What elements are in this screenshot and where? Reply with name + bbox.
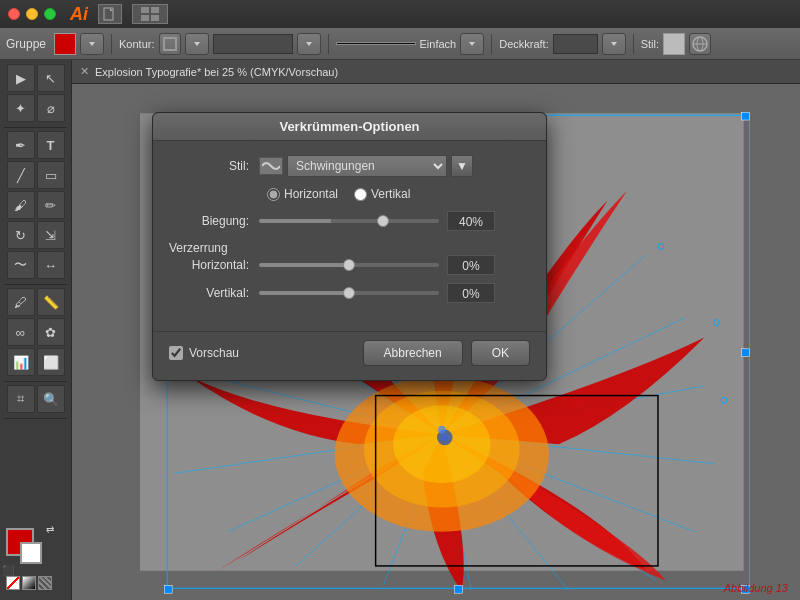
blend-tool[interactable]: ∞	[7, 318, 35, 346]
tool-row-7: 〜 ↔	[0, 251, 71, 279]
symbol-tool[interactable]: ✿	[37, 318, 65, 346]
color-swap-icon[interactable]: ⇄	[46, 524, 54, 535]
lasso-tool[interactable]: ⌀	[37, 94, 65, 122]
tool-row-5: 🖌 ✏	[0, 191, 71, 219]
rect-tool[interactable]: ▭	[37, 161, 65, 189]
eyedropper-tool[interactable]: 🖊	[7, 288, 35, 316]
kontur-unit-button[interactable]	[297, 33, 321, 55]
kontur-color-button[interactable]	[159, 33, 181, 55]
fill-options-button[interactable]	[80, 33, 104, 55]
deckkraft-input[interactable]: 100%	[553, 34, 598, 54]
horizontal-dist-row: Horizontal: 0%	[169, 255, 530, 275]
biegung-slider[interactable]	[259, 219, 439, 223]
separator-4	[633, 34, 634, 54]
separator-3	[491, 34, 492, 54]
button-group: Abbrechen OK	[363, 340, 530, 366]
horizontal-dist-slider[interactable]	[259, 263, 439, 267]
type-tool[interactable]: T	[37, 131, 65, 159]
fill-color-box[interactable]	[54, 33, 76, 55]
orientation-radio-group: Horizontal Vertikal	[267, 187, 410, 201]
column-graph-tool[interactable]: 📊	[7, 348, 35, 376]
doc-tab-title: Explosion Typografie* bei 25 % (CMYK/Vor…	[95, 66, 338, 78]
ok-button[interactable]: OK	[471, 340, 530, 366]
vertikal-dist-slider[interactable]	[259, 291, 439, 295]
stil-select[interactable]: Schwingungen Bogen Ausbeulen	[287, 155, 447, 177]
stil-row: Stil: Schwingungen Bogen Ausbeulen ▼	[169, 155, 530, 177]
svg-rect-41	[742, 349, 750, 357]
width-tool[interactable]: ↔	[37, 251, 65, 279]
view-options-button[interactable]	[132, 4, 168, 24]
doc-tab-close[interactable]: ✕	[80, 65, 89, 78]
biegung-slider-wrapper: 40%	[259, 211, 530, 231]
gradient-box[interactable]	[22, 576, 36, 590]
vertikal-radio-text: Vertikal	[371, 187, 410, 201]
horizontal-radio-text: Horizontal	[284, 187, 338, 201]
separator-2	[328, 34, 329, 54]
toolbar: Gruppe Kontur: Einfach Deckkraft: 100% S…	[0, 28, 800, 60]
dialog-body: Stil: Schwingungen Bogen Ausbeulen ▼	[153, 141, 546, 327]
tool-row-4: ╱ ▭	[0, 161, 71, 189]
horizontal-radio-label[interactable]: Horizontal	[267, 187, 338, 201]
warp-tool[interactable]: 〜	[7, 251, 35, 279]
pen-tool[interactable]: ✒	[7, 131, 35, 159]
svg-rect-3	[141, 15, 149, 21]
magic-wand-tool[interactable]: ✦	[7, 94, 35, 122]
toolbox: ▶ ↖ ✦ ⌀ ✒ T ╱ ▭ 🖌 ✏ ↻ ⇲ 〜 ↔ 🖊	[0, 60, 72, 600]
world-button[interactable]	[689, 33, 711, 55]
tool-row-2: ✦ ⌀	[0, 94, 71, 122]
color-reset-icon[interactable]: ⬛	[2, 565, 14, 576]
biegung-row: Biegung: 40%	[169, 211, 530, 231]
vertikal-dist-value: 0%	[447, 283, 495, 303]
watermark: Abbildung 13	[724, 582, 788, 594]
deckkraft-button[interactable]	[602, 33, 626, 55]
rotate-tool[interactable]: ↻	[7, 221, 35, 249]
vertikal-radio-label[interactable]: Vertikal	[354, 187, 410, 201]
horizontal-radio[interactable]	[267, 188, 280, 201]
kontur-options-button[interactable]	[185, 33, 209, 55]
gruppe-label: Gruppe	[6, 37, 46, 51]
vertikal-dist-label: Vertikal:	[169, 286, 249, 300]
tool-row-10: 📊 ⬜	[0, 348, 71, 376]
svg-rect-4	[151, 15, 159, 21]
vorschau-label: Vorschau	[189, 346, 239, 360]
vertikal-radio[interactable]	[354, 188, 367, 201]
no-color-box[interactable]	[6, 576, 20, 590]
background-color[interactable]	[20, 542, 42, 564]
scale-tool[interactable]: ⇲	[37, 221, 65, 249]
close-button[interactable]	[8, 8, 20, 20]
tool-row-8: 🖊 📏	[0, 288, 71, 316]
tool-row-3: ✒ T	[0, 131, 71, 159]
vorschau-checkbox[interactable]	[169, 346, 183, 360]
dialog-footer: Vorschau Abbrechen OK	[153, 331, 546, 380]
stil-dropdown-arrow[interactable]: ▼	[451, 155, 473, 177]
direct-select-tool[interactable]: ↖	[37, 64, 65, 92]
horizontal-dist-value: 0%	[447, 255, 495, 275]
line-tool[interactable]: ╱	[7, 161, 35, 189]
select-tool[interactable]: ▶	[7, 64, 35, 92]
color-section: ⇄ ⬛	[0, 522, 71, 596]
stil-box[interactable]	[663, 33, 685, 55]
slice-tool[interactable]: ⌗	[7, 385, 35, 413]
pencil-tool[interactable]: ✏	[37, 191, 65, 219]
canvas-area[interactable]: ✕ Explosion Typografie* bei 25 % (CMYK/V…	[72, 60, 800, 600]
canvas-content[interactable]: Verkrümmen-Optionen Stil: Schwingungen B…	[72, 84, 800, 600]
svg-rect-1	[141, 7, 149, 13]
orientation-row: Horizontal Vertikal	[169, 187, 530, 201]
zoom-tool[interactable]: 🔍	[37, 385, 65, 413]
document-icon[interactable]	[98, 4, 122, 24]
stil-select-wrapper: Schwingungen Bogen Ausbeulen ▼	[259, 155, 473, 177]
minimize-button[interactable]	[26, 8, 38, 20]
einfach-label: Einfach	[420, 38, 457, 50]
titlebar: Ai	[0, 0, 800, 28]
abbrechen-button[interactable]: Abbrechen	[363, 340, 463, 366]
kontur-value-input[interactable]	[213, 34, 293, 54]
stroke-style-button[interactable]	[460, 33, 484, 55]
pattern-box[interactable]	[38, 576, 52, 590]
small-color-row	[6, 576, 65, 590]
measure-tool[interactable]: 📏	[37, 288, 65, 316]
main-area: ▶ ↖ ✦ ⌀ ✒ T ╱ ▭ 🖌 ✏ ↻ ⇲ 〜 ↔ 🖊	[0, 60, 800, 600]
maximize-button[interactable]	[44, 8, 56, 20]
paintbrush-tool[interactable]: 🖌	[7, 191, 35, 219]
artboard-tool[interactable]: ⬜	[37, 348, 65, 376]
tool-sep-4	[4, 418, 67, 419]
